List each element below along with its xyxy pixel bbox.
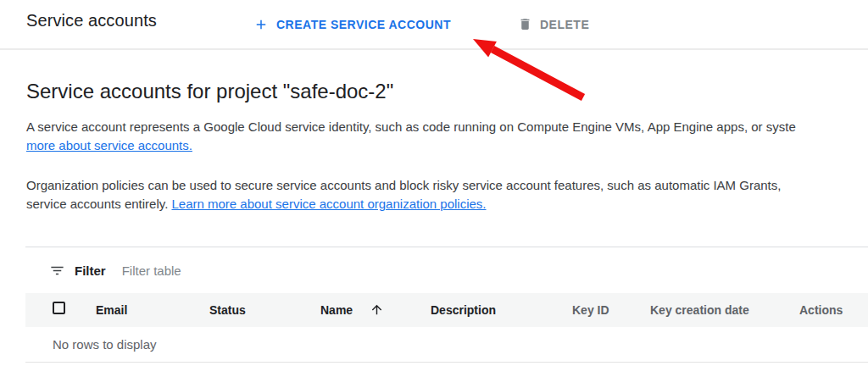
column-header-key-creation-date[interactable]: Key creation date	[650, 303, 749, 317]
empty-message: No rows to display	[53, 337, 157, 352]
column-header-description[interactable]: Description	[431, 303, 496, 317]
delete-button[interactable]: DELETE	[518, 0, 589, 48]
filter-list-icon	[49, 263, 65, 279]
page-title: Service accounts	[26, 11, 157, 30]
section-heading: Service accounts for project "safe-doc-2…	[26, 80, 393, 103]
column-header-key-id[interactable]: Key ID	[572, 303, 609, 317]
filter-table-input[interactable]	[120, 263, 463, 279]
learn-more-org-policies-link[interactable]: Learn more about service account organiz…	[171, 197, 486, 211]
empty-table-row: No rows to display	[25, 327, 868, 363]
sort-ascending-icon[interactable]	[370, 302, 384, 317]
service-accounts-page: Service accounts CREATE SERVICE ACCOUNT …	[0, 0, 868, 388]
table-header-row: Email Status Name Description Key ID Key…	[25, 293, 868, 327]
service-accounts-table: Filter Email Status Name Description Key…	[25, 247, 868, 363]
column-header-actions[interactable]: Actions	[799, 303, 843, 317]
column-header-email[interactable]: Email	[96, 303, 127, 317]
action-bar: Service accounts CREATE SERVICE ACCOUNT …	[0, 0, 868, 50]
policy-paragraph: Organization policies can be used to sec…	[26, 176, 781, 213]
create-button-label: CREATE SERVICE ACCOUNT	[276, 18, 451, 31]
filter-bar: Filter	[25, 247, 868, 293]
column-header-name[interactable]: Name	[320, 303, 353, 317]
column-header-status[interactable]: Status	[209, 303, 246, 317]
policy-text-line2: service accounts entirely.	[26, 197, 171, 211]
learn-more-service-accounts-link[interactable]: more about service accounts.	[26, 138, 192, 152]
plus-icon	[253, 17, 269, 32]
filter-button[interactable]: Filter	[75, 263, 106, 278]
intro-paragraph: A service account represents a Google Cl…	[26, 118, 796, 155]
trash-icon	[518, 17, 532, 31]
create-service-account-button[interactable]: CREATE SERVICE ACCOUNT	[253, 0, 451, 48]
select-all-checkbox[interactable]	[53, 302, 65, 314]
policy-text-line1: Organization policies can be used to sec…	[26, 178, 781, 192]
intro-text: A service account represents a Google Cl…	[26, 119, 796, 134]
delete-button-label: DELETE	[540, 18, 589, 31]
